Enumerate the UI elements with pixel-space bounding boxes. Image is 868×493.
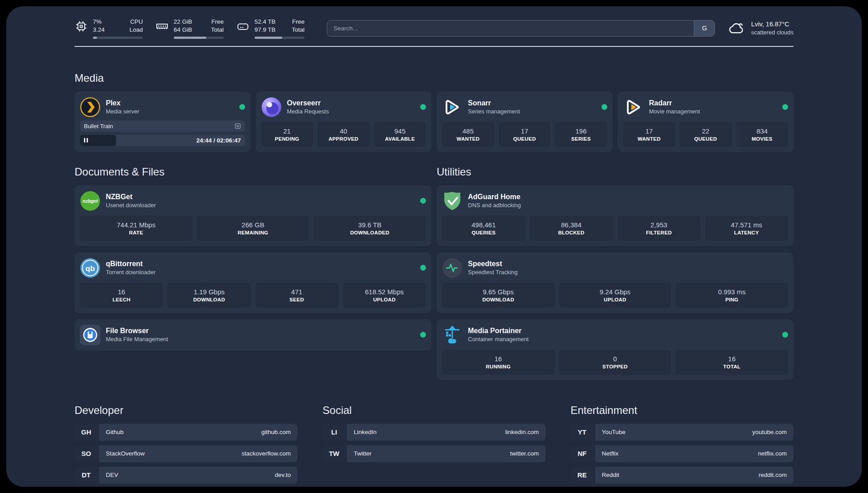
bookmark-name: YouTube [602, 429, 626, 435]
svg-text:qb: qb [86, 264, 95, 272]
app-card-sonarr[interactable]: Sonarr Series management 485 WANTED 17 Q… [437, 92, 613, 152]
disk-free-value: 52.4 TB [255, 18, 275, 26]
svg-text:nzbget: nzbget [83, 198, 98, 204]
app-card-portainer[interactable]: Media Portainer Container management 16 … [437, 319, 793, 380]
overseerr-stat-available: 945 AVAILABLE [374, 122, 426, 147]
bookmark-youtube[interactable]: YT YouTube youtube.com [571, 424, 793, 441]
sonarr-icon [442, 97, 463, 117]
section-documents: Documents & Files nzbget NZBGet U [75, 166, 431, 351]
bookmark-name: Twitter [354, 450, 371, 457]
bookmark-url: twitter.com [510, 450, 539, 457]
portainer-stat-running: 16 RUNNING [442, 350, 555, 375]
speedtest-stat-download: 9.65 Gbps DOWNLOAD [442, 283, 555, 308]
bookmark-github[interactable]: GH Github github.com [75, 424, 297, 441]
media-session-icon [234, 123, 241, 130]
app-subtitle: Speedtest Tracking [468, 269, 517, 276]
bookmark-abbr: DT [75, 467, 98, 484]
portainer-icon [442, 325, 463, 345]
now-playing-title: Bullet Train [84, 123, 113, 130]
qbittorrent-stat-leech: 16 LEECH [80, 283, 163, 308]
app-name: AdGuard Home [468, 193, 521, 201]
bookmark-netflix[interactable]: NF Netflix netflix.com [571, 445, 793, 462]
bookmark-reddit[interactable]: RE Reddit reddit.com [571, 467, 793, 484]
radarr-icon [623, 97, 644, 117]
cpu-load-value: 3.24 [93, 26, 104, 34]
app-card-speedtest[interactable]: Speedtest Speedtest Tracking 9.65 Gbps D… [437, 252, 793, 313]
bookmark-linkedin[interactable]: LI LinkedIn linkedin.com [322, 424, 545, 441]
app-subtitle: Torrent downloader [106, 269, 155, 276]
overseerr-stat-approved: 40 APPROVED [317, 122, 370, 147]
adguard-stat-filtered: 2,953 FILTERED [618, 216, 701, 241]
cpu-progress-bar [93, 37, 143, 39]
status-dot [420, 332, 426, 338]
section-utilities: Utilities AdGuard Home DNS and a [437, 166, 793, 380]
disk-free-label: Free [292, 18, 305, 26]
app-card-filebrowser[interactable]: File Browser Media File Management [75, 319, 431, 351]
app-card-nzbget[interactable]: nzbget NZBGet Usenet downloader 744.21 M… [75, 185, 431, 246]
sonarr-stat-queued: 17 QUEUED [499, 122, 551, 147]
radarr-stat-movies: 834 MOVIES [736, 122, 789, 147]
speedtest-stat-upload: 9.24 Gbps UPLOAD [559, 283, 672, 308]
search-input[interactable] [327, 20, 715, 37]
plex-icon [80, 97, 100, 117]
app-name: Plex [106, 99, 139, 107]
bookmark-url: netflix.com [758, 450, 787, 457]
disk-total-label: Total [292, 26, 305, 34]
bookmark-abbr: YT [571, 424, 594, 441]
playback-time: 24:44 / 02:06:47 [196, 137, 245, 144]
app-subtitle: Series management [468, 108, 520, 115]
cloud-icon [728, 20, 745, 37]
status-dot [420, 198, 426, 204]
status-dot [420, 265, 426, 271]
bookmark-stackoverflow[interactable]: SO StackOverflow stackoverflow.com [75, 445, 297, 462]
status-dot [782, 104, 788, 110]
bookmark-abbr: SO [75, 445, 98, 462]
cpu-load-label: Load [129, 26, 143, 34]
bookmark-url: youtube.com [752, 429, 787, 435]
radarr-stat-queued: 22 QUEUED [680, 122, 732, 147]
cpu-usage-value: 7% [93, 18, 104, 26]
weather-location: Lviv, 16.87°C [751, 21, 793, 28]
bookmark-url: dev.to [275, 472, 291, 478]
weather-widget: Lviv, 16.87°C scattered clouds [728, 20, 793, 37]
app-card-overseerr[interactable]: Overseerr Media Requests 21 PENDING 40 A… [256, 92, 432, 152]
app-name: Speedtest [468, 260, 517, 268]
app-subtitle: Usenet downloader [106, 202, 156, 209]
qbittorrent-stat-download: 1.19 Gbps DOWNLOAD [167, 283, 250, 308]
pause-icon[interactable] [84, 138, 88, 142]
app-subtitle: DNS and adblocking [468, 202, 521, 209]
section-developer: Developer GH Github github.com SO StackO… [75, 404, 297, 484]
app-card-adguard[interactable]: AdGuard Home DNS and adblocking 498,461 … [437, 185, 793, 246]
disk-widget: 52.4 TB 97.9 TB Free Total [236, 18, 305, 39]
playback-progress-bar[interactable]: 24:44 / 02:06:47 [80, 135, 245, 146]
disk-total-value: 97.9 TB [255, 26, 275, 34]
search-engine-button[interactable]: G [694, 21, 714, 36]
section-title-entertainment: Entertainment [571, 404, 793, 417]
app-name: File Browser [106, 327, 168, 335]
nzbget-stat-remaining: 266 GB REMAINING [197, 216, 309, 241]
playback-elapsed [80, 135, 116, 146]
section-title-developer: Developer [75, 404, 297, 417]
nzbget-stat-rate: 744.21 Mbps RATE [80, 216, 192, 241]
bookmark-abbr: LI [322, 424, 346, 441]
app-subtitle: Media server [106, 108, 139, 115]
app-card-plex[interactable]: Plex Media server Bullet Train [75, 92, 250, 152]
bookmark-url: github.com [261, 429, 291, 435]
bookmark-dev[interactable]: DT DEV dev.to [75, 467, 297, 484]
app-card-qbittorrent[interactable]: qb qBittorrent Torrent downloader 16 LEE… [75, 252, 431, 313]
disk-icon [236, 20, 250, 33]
bookmark-twitter[interactable]: TW Twitter twitter.com [322, 445, 545, 462]
bookmark-abbr: TW [322, 445, 346, 462]
section-social: Social LI LinkedIn linkedin.com TW Twitt… [322, 404, 545, 484]
cpu-icon [75, 20, 88, 33]
app-subtitle: Media Requests [287, 108, 329, 115]
qbittorrent-stat-upload: 618.52 Mbps UPLOAD [343, 283, 426, 308]
disk-progress-fill [255, 37, 282, 39]
app-subtitle: Container management [468, 336, 529, 343]
section-title-social: Social [322, 404, 545, 417]
app-name: Overseerr [287, 99, 329, 107]
radarr-stat-wanted: 17 WANTED [623, 122, 676, 147]
app-card-radarr[interactable]: Radarr Movie management 17 WANTED 22 QUE… [618, 92, 794, 152]
adguard-icon [442, 191, 463, 211]
speedtest-icon [442, 258, 463, 278]
